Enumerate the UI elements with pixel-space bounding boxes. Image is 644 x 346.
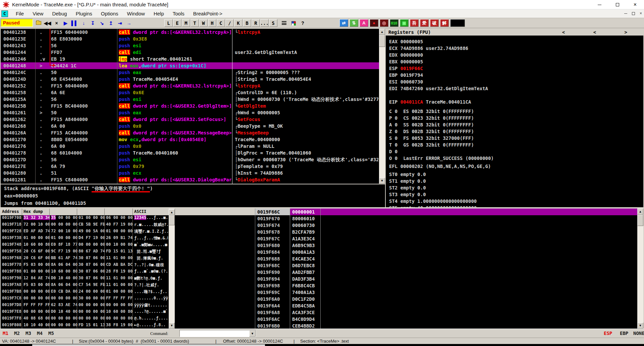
ai-plugin-icon[interactable]: 爱 bbox=[420, 19, 429, 27]
pane-button-S[interactable]: S bbox=[269, 19, 277, 27]
stack-row[interactable]: 0019F67400060730 bbox=[255, 222, 637, 229]
close-button[interactable]: × bbox=[626, 0, 644, 9]
stack-row[interactable]: 0019F694DAD3F3B4 bbox=[255, 276, 637, 282]
stack-row[interactable]: 0019F690AAD2FBB7 bbox=[255, 269, 637, 276]
dump-row[interactable]: 0019F7F840 08 68 0000 00 00 0000 00 00 0… bbox=[1, 316, 169, 323]
stack-row[interactable]: 0019F6A4EDB4C5BA bbox=[255, 302, 637, 309]
register-row[interactable]: ST5 empty 40.000000000000000000 bbox=[386, 205, 643, 207]
disasm-row[interactable]: 00401238.FF15 60404000call dword ptr ds:… bbox=[1, 29, 379, 36]
stack-row[interactable]: 0019F688E4CAE3C4 bbox=[255, 255, 637, 262]
memory-tab-m5[interactable]: M5 bbox=[48, 331, 54, 336]
stack-row[interactable]: 0019F678B2CFA7B9 bbox=[255, 229, 637, 235]
menu-item-window[interactable]: Window bbox=[123, 10, 149, 17]
pane-button-C[interactable]: C bbox=[217, 19, 225, 27]
disasm-row[interactable]: 00401243.56push esi bbox=[1, 42, 379, 49]
dump-row[interactable]: 0019F7C800 00 00 0000 00 00 0030 00 00 0… bbox=[1, 296, 169, 302]
register-row[interactable]: EBP 0019F794 bbox=[386, 72, 643, 78]
scroll-down-icon[interactable]: ▼ bbox=[169, 323, 175, 329]
mdi-minimize-icon[interactable] bbox=[624, 13, 627, 14]
stack-row[interactable]: 0019F66C00000001 bbox=[255, 209, 637, 215]
register-row[interactable]: D 0 bbox=[386, 148, 643, 155]
scroll-thumb[interactable] bbox=[379, 35, 385, 47]
menu-item-plugins[interactable]: Plugins bbox=[71, 10, 97, 17]
pane-button-W[interactable]: W bbox=[199, 19, 208, 27]
disasm-row[interactable]: 0040123E.68 E8030000push 0x3E8 bbox=[1, 36, 379, 42]
memory-tab-m3[interactable]: M3 bbox=[25, 331, 31, 336]
register-row[interactable]: EAX 00000005 bbox=[386, 38, 643, 45]
stack-row[interactable]: 0019F6A8ACA3F3CE bbox=[255, 309, 637, 316]
disasm-row[interactable]: 00401281.FF15 C8404000call dword ptr ds:… bbox=[1, 176, 379, 183]
pane-button-M[interactable]: M bbox=[182, 19, 190, 27]
mdi-child-icon[interactable]: C bbox=[1, 10, 8, 17]
dump-row[interactable]: 0019F79812 84 AE 74D0 10 40 0030 07 06 0… bbox=[1, 276, 169, 282]
scroll-down-icon[interactable]: ▼ bbox=[379, 178, 385, 184]
register-row[interactable]: ESP 0019F66C bbox=[386, 65, 643, 72]
comment-separator[interactable] bbox=[232, 29, 232, 184]
black-box-icon[interactable] bbox=[450, 19, 465, 27]
dump-row[interactable]: 0019F74810 60 00 80E0 8F 18 7700 00 00 0… bbox=[1, 242, 169, 249]
pane-button-slash[interactable]: / bbox=[225, 19, 234, 27]
scroll-up-icon[interactable]: ▲ bbox=[637, 209, 643, 215]
disasm-row[interactable]: 00401258.6A 6Epush 0x6E┌ControlID = 6E (… bbox=[1, 89, 379, 96]
scroll-up-icon[interactable]: ▲ bbox=[169, 209, 175, 215]
dump-row[interactable]: 0019F778F5 03 00 008A 06 04 0030 07 06 0… bbox=[1, 262, 169, 269]
disasm-row[interactable]: 00401276.6A 00push 0x0┌lParam = NULL bbox=[1, 143, 379, 150]
target-plugin-icon[interactable]: ◎ bbox=[380, 19, 388, 27]
column-header-address[interactable]: Address bbox=[2, 209, 19, 214]
mdi-close-icon[interactable]: × bbox=[640, 11, 642, 16]
animate-over-button[interactable]: ↥ bbox=[107, 19, 115, 27]
menu-item-help[interactable]: Help bbox=[149, 10, 168, 17]
stack-pane[interactable]: 0019F66C000000010019F670800060100019F674… bbox=[255, 209, 637, 329]
rewind-button[interactable]: ◀◀ bbox=[43, 19, 52, 27]
disasm-row[interactable]: 00401252.FF15 60404000call dword ptr ds:… bbox=[1, 82, 379, 89]
stack-row[interactable]: 0019F69C7400A1A3 bbox=[255, 289, 637, 296]
stack-row[interactable]: 0019F67080006010 bbox=[255, 215, 637, 222]
column-header-hex[interactable]: Hex dump bbox=[23, 209, 43, 214]
scroll-thumb[interactable] bbox=[637, 215, 643, 226]
dump-row[interactable]: 0019F728ED AF AD 7472 00 10 0049 00 5A 0… bbox=[1, 229, 169, 235]
stack-row[interactable]: 0019F698F6B8C4CB bbox=[255, 282, 637, 289]
column-header-ascii[interactable]: ASCII bbox=[134, 209, 146, 214]
register-row[interactable]: P 0 CS 0023 32bit 0(FFFFFFFF) bbox=[386, 115, 643, 121]
wu-plugin-icon[interactable]: 吾 bbox=[410, 19, 419, 27]
register-row[interactable]: ESI 00060730 bbox=[386, 78, 643, 85]
menu-item-options[interactable]: Options bbox=[97, 10, 123, 17]
dump-row[interactable]: 0019F73801 00 00 0001 00 00 00D4 F7 19 0… bbox=[1, 235, 169, 242]
stack-row[interactable]: 0019F680A6B9C9B3 bbox=[255, 242, 637, 249]
dump-row[interactable]: 0019F70831 32 33 3435 00 00 0001 00 00 0… bbox=[1, 215, 169, 222]
pane-button-L[interactable]: L bbox=[164, 19, 173, 27]
menu-item-view[interactable]: View bbox=[28, 10, 48, 17]
command-combobox[interactable]: ▼ bbox=[179, 330, 256, 337]
pane-button-dots[interactable]: ... bbox=[260, 19, 269, 27]
dump-row[interactable]: 0019F7A8F5 03 00 008A 06 04 00C7 54 9E F… bbox=[1, 282, 169, 289]
register-row[interactable]: ST2 empty 0.0 bbox=[386, 184, 643, 191]
registers-pane[interactable]: Registers (FPU) < < > EAX 00000005ECX 74… bbox=[386, 29, 643, 207]
pause-button[interactable]: ▌▌ bbox=[70, 19, 79, 27]
stack-row[interactable]: 0019F67CA1A3E3C4 bbox=[255, 235, 637, 242]
appearance-icon[interactable] bbox=[289, 19, 298, 27]
disasm-row[interactable]: 0040127E.6A 79push 0x79│pTemplate = 0x79 bbox=[1, 163, 379, 170]
dump-row[interactable]: 0019F78801 00 00 0010 60 00 8030 07 06 0… bbox=[1, 269, 169, 276]
menu-item-file[interactable]: File bbox=[11, 10, 28, 17]
disassembly-scrollbar[interactable]: ▲ ▼ bbox=[379, 29, 385, 184]
dump-row[interactable]: 0019F7B800 00 00 00E0 CB DA 0024 00 00 0… bbox=[1, 289, 169, 296]
swap-arrows-plugin-icon[interactable]: ⇄ bbox=[339, 19, 348, 27]
register-row[interactable]: A 0 SS 002B 32bit 0(FFFFFFFF) bbox=[386, 121, 643, 128]
register-row[interactable]: O 0 LastErr ERROR_SUCCESS (00000000) bbox=[386, 155, 643, 162]
updown-plugin-icon[interactable]: ⇅ bbox=[350, 19, 358, 27]
dump-row[interactable]: 0019F75820 C6 6F 009C F7 19 0080 67 AD 7… bbox=[1, 249, 169, 255]
disasm-row[interactable]: 00401280.51push ecx│hInst = 74AD9886 bbox=[1, 170, 379, 176]
memory-tab-m4[interactable]: M4 bbox=[37, 331, 43, 336]
disasm-row[interactable]: 0040126A.FF15 AC404000call dword ptr ds:… bbox=[1, 129, 379, 136]
hex-dump-scrollbar[interactable]: ▲ ▼ bbox=[169, 209, 175, 329]
menu-item-tools[interactable]: Tools bbox=[168, 10, 189, 17]
register-row[interactable]: EDX 00000000 bbox=[386, 52, 643, 58]
pane-button-T[interactable]: T bbox=[191, 19, 199, 27]
po-plugin-icon[interactable]: 破 bbox=[430, 19, 439, 27]
register-row[interactable]: ST0 empty 0.0 bbox=[386, 171, 643, 178]
hex-dump-pane[interactable]: Address Hex dump ASCII 0019F70831 32 33 … bbox=[1, 209, 169, 329]
log-list-icon[interactable] bbox=[280, 19, 288, 27]
register-row[interactable]: Z 0 DS 002B 32bit 0(FFFFFFFF) bbox=[386, 128, 643, 135]
stack-row[interactable]: 0019F6840000A1A3 bbox=[255, 249, 637, 255]
scroll-up-icon[interactable]: ▲ bbox=[379, 29, 385, 35]
